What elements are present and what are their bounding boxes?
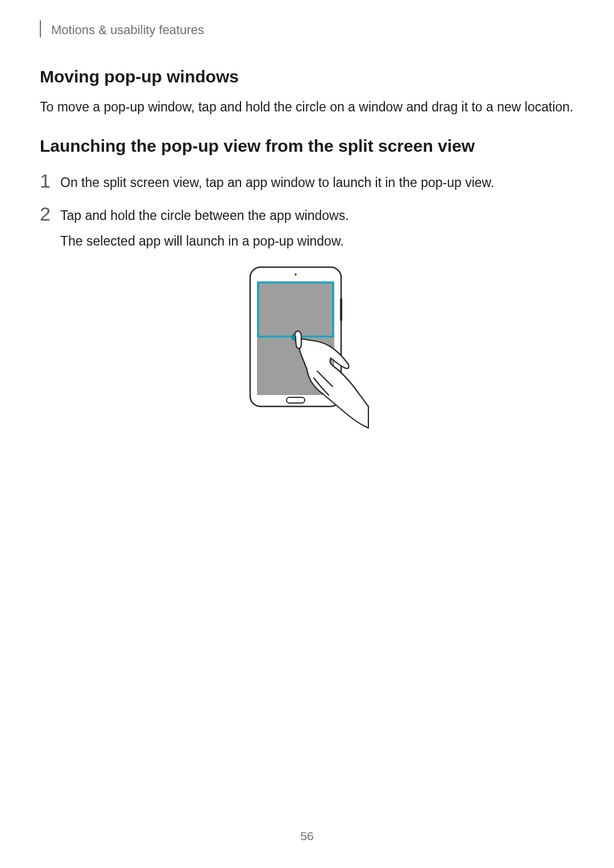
step-number-1: 1	[40, 171, 60, 190]
home-button-icon	[287, 397, 305, 403]
step-2: 2 Tap and hold the circle between the ap…	[40, 206, 574, 252]
header-divider	[40, 20, 41, 38]
tablet-svg	[244, 264, 370, 441]
step-number-2: 2	[40, 204, 60, 223]
section-heading-moving-popup: Moving pop-up windows	[40, 67, 574, 86]
page-number: 56	[0, 829, 614, 843]
step-2-line-2: The selected app will launch in a pop-up…	[60, 231, 349, 252]
breadcrumb: Motions & usability features	[51, 23, 204, 38]
step-1-text: On the split screen view, tap an app win…	[60, 173, 494, 193]
page-header: Motions & usability features	[40, 22, 574, 39]
tablet-side-button	[340, 298, 342, 321]
moving-popup-body: To move a pop-up window, tap and hold th…	[40, 98, 574, 116]
section-heading-launching-popup: Launching the pop-up view from the split…	[40, 136, 574, 156]
step-2-text: Tap and hold the circle between the app …	[60, 206, 349, 252]
top-app-window	[258, 283, 333, 337]
tablet-illustration	[244, 264, 370, 441]
tablet-camera	[294, 273, 297, 276]
step-1: 1 On the split screen view, tap an app w…	[40, 173, 574, 193]
page-content: Motions & usability features Moving pop-…	[0, 0, 614, 441]
illustration-container	[40, 264, 574, 441]
step-2-line-1: Tap and hold the circle between the app …	[60, 206, 349, 226]
